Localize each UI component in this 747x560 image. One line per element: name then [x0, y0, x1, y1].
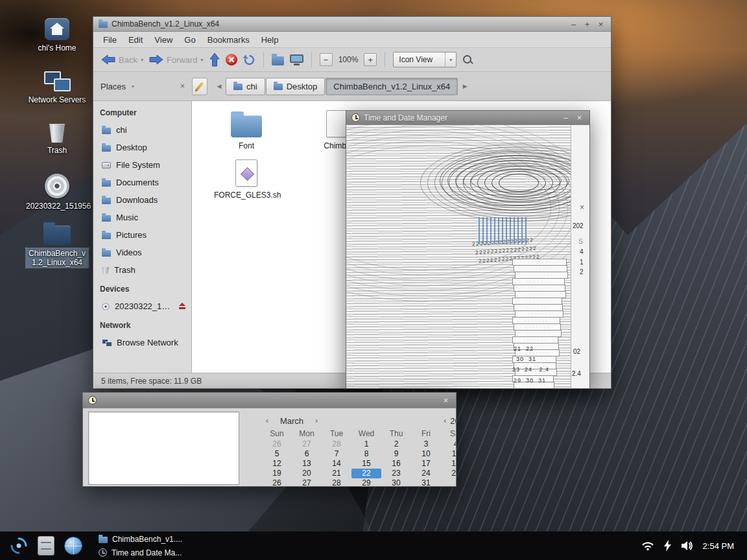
back-caret-icon[interactable]: ▾ — [141, 57, 143, 63]
calendar-cell[interactable]: 28 — [322, 439, 351, 449]
launcher-file-manager[interactable] — [34, 533, 58, 558]
sidebar-item-music[interactable]: Music — [93, 209, 191, 226]
calendar-cell[interactable] — [441, 478, 456, 487]
maximize-button[interactable]: + — [582, 19, 592, 29]
calendar-cell[interactable]: 18 — [441, 459, 456, 469]
network-icon[interactable] — [641, 541, 654, 551]
back-button[interactable]: Back ▾ — [101, 54, 143, 65]
tray-clock[interactable]: 2:54 PM — [703, 541, 734, 551]
menu-item-edit[interactable]: Edit — [123, 33, 148, 47]
sidebar-item-file-system[interactable]: File System — [93, 156, 191, 174]
calendar-cell[interactable]: 28 — [322, 478, 351, 487]
crumbs-scroll-left[interactable]: ◀ — [213, 78, 226, 95]
places-close-icon[interactable]: × — [180, 82, 185, 91]
close-button[interactable]: × — [441, 395, 451, 405]
sidebar-item-20230322-1[interactable]: 20230322_1… — [93, 298, 191, 315]
sidebar-item-trash[interactable]: Trash — [93, 261, 191, 279]
calendar-cell[interactable]: 5 — [262, 449, 292, 459]
forward-caret-icon[interactable]: ▾ — [201, 57, 204, 63]
calendar-cell[interactable]: 13 — [292, 459, 322, 469]
up-button[interactable] — [209, 52, 220, 67]
calendar-cell[interactable]: 23 — [381, 469, 411, 478]
fm-titlebar[interactable]: ChimbaBench_v1.2_Linux_x64 ‒ + × — [93, 17, 611, 32]
desktop-button[interactable] — [290, 54, 303, 65]
prev-month-button[interactable]: ‹ — [262, 416, 272, 425]
calendar-cell[interactable]: 26 — [262, 478, 292, 487]
sidebar-item-videos[interactable]: Videos — [93, 244, 191, 261]
prev-year-button[interactable]: ‹ — [440, 416, 450, 425]
file-item-font[interactable]: Font — [214, 110, 279, 150]
places-caret-icon[interactable]: ▾ — [132, 84, 134, 89]
calendar-cell[interactable]: 16 — [381, 459, 411, 469]
menu-item-file[interactable]: File — [97, 33, 123, 47]
calendar-cell[interactable]: 17 — [411, 459, 441, 469]
launcher-logo[interactable] — [6, 533, 31, 558]
calendar-cell[interactable]: 21 — [322, 469, 351, 478]
calendar-cell[interactable]: 2 — [381, 439, 411, 449]
menu-item-help[interactable]: Help — [255, 33, 285, 47]
sidebar-item-documents[interactable]: Documents — [93, 174, 191, 191]
taskbar-task-chimbabench-v1[interactable]: ChimbaBench_v1.... — [95, 533, 186, 545]
search-icon[interactable] — [462, 54, 473, 65]
calendar-cell[interactable]: 9 — [381, 449, 411, 459]
refresh-button[interactable] — [243, 54, 255, 66]
desktop-icon-chi-s-home[interactable]: chi's Home — [26, 18, 88, 52]
menu-item-view[interactable]: View — [148, 33, 178, 47]
minimize-button[interactable]: ‒ — [561, 113, 571, 122]
home-folder-button[interactable] — [272, 56, 284, 65]
calendar-cell[interactable]: 19 — [262, 469, 292, 478]
close-button[interactable]: × — [596, 19, 606, 29]
calendar-cell[interactable]: 1 — [351, 439, 381, 449]
file-item-force-gles3-sh[interactable]: FORCE_GLES3.sh — [214, 159, 279, 200]
volume-icon[interactable] — [682, 541, 693, 551]
menu-item-bookmarks[interactable]: Bookmarks — [202, 33, 255, 47]
desktop-icon-20230322-151956[interactable]: 20230322_151956 — [26, 174, 88, 211]
calendar-cell[interactable]: 20 — [292, 469, 322, 478]
breadcrumb-chi[interactable]: chi — [226, 78, 265, 95]
power-bolt-icon[interactable] — [664, 540, 672, 552]
td-titlebar[interactable]: Time and Date Manager ‒ × — [346, 111, 589, 125]
eject-icon[interactable] — [178, 303, 186, 310]
calendar-cell[interactable]: 29 — [351, 478, 381, 487]
calendar-cell[interactable]: 14 — [322, 459, 351, 469]
sidebar-item-pictures[interactable]: Pictures — [93, 226, 191, 244]
sidebar-item-browse-network[interactable]: Browse Network — [93, 334, 191, 351]
calendar-cell[interactable]: 10 — [411, 449, 441, 459]
calendar-cell[interactable]: 8 — [351, 449, 381, 459]
calendar-cell[interactable]: 12 — [262, 459, 292, 469]
breadcrumb-chimbabench-v1-2-linux-x64[interactable]: ChimbaBench_v1.2_Linux_x64 — [326, 78, 458, 95]
view-mode-select[interactable]: Icon View ▾ — [393, 52, 456, 67]
sidebar-item-desktop[interactable]: Desktop — [93, 139, 191, 156]
menu-item-go[interactable]: Go — [178, 33, 201, 47]
calendar-cell[interactable]: 25 — [441, 469, 456, 478]
next-month-button[interactable]: › — [311, 416, 322, 425]
edit-path-button[interactable] — [192, 78, 208, 95]
calendar-cell[interactable]: 7 — [322, 449, 351, 459]
zoom-in-button[interactable]: + — [364, 53, 377, 66]
places-selector[interactable]: Places — [101, 82, 126, 91]
calendar-cell[interactable]: 3 — [411, 439, 441, 449]
calendar-cell[interactable]: 6 — [292, 449, 322, 459]
calendar-cell[interactable]: 24 — [411, 469, 441, 478]
calendar-titlebar[interactable]: × — [83, 393, 456, 408]
calendar-cell[interactable]: 30 — [381, 478, 411, 487]
breadcrumb-desktop[interactable]: Desktop — [266, 78, 326, 95]
calendar-cell[interactable]: 27 — [292, 478, 322, 487]
sidebar-item-chi[interactable]: chi — [93, 121, 191, 139]
desktop-icon-trash[interactable]: Trash — [26, 122, 88, 155]
desktop-icon-chimbabench-v1-2-linux-x64[interactable]: ChimbaBench_v1.2_Linux_x64 — [26, 226, 88, 268]
desktop-icon-network-servers[interactable]: Network Servers — [26, 70, 88, 104]
calendar-cell[interactable]: 22 — [351, 469, 381, 478]
calendar-cell[interactable]: 15 — [351, 459, 381, 469]
calendar-cell[interactable]: 4 — [441, 439, 456, 449]
zoom-out-button[interactable]: − — [320, 53, 333, 66]
close-button[interactable]: × — [575, 113, 584, 122]
calendar-cell[interactable]: 31 — [411, 478, 441, 487]
stop-button[interactable] — [226, 54, 237, 65]
calendar-cell[interactable]: 26 — [262, 439, 292, 449]
taskbar-task-time-and-date-ma[interactable]: Time and Date Ma... — [95, 546, 186, 559]
sidebar-item-downloads[interactable]: Downloads — [93, 191, 191, 209]
calendar-cell[interactable]: 11 — [441, 449, 456, 459]
calendar-cell[interactable]: 27 — [292, 439, 322, 449]
notes-panel[interactable] — [88, 412, 239, 485]
